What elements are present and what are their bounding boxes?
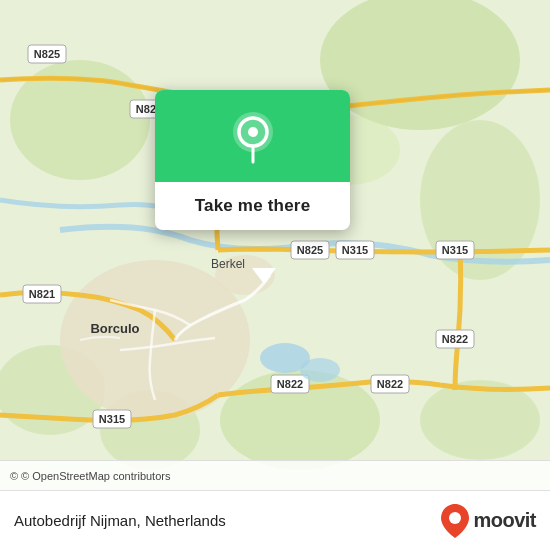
svg-text:N825: N825 [297, 244, 323, 256]
svg-point-38 [248, 127, 258, 137]
attribution-bar: © © OpenStreetMap contributors [0, 460, 550, 490]
svg-text:N822: N822 [377, 378, 403, 390]
map-svg: N825 N825 N825 N821 N315 N315 N315 N822 … [0, 0, 550, 490]
take-me-there-button[interactable]: Take me there [195, 196, 311, 216]
svg-text:N315: N315 [99, 413, 125, 425]
footer-bar: Autobedrijf Nijman, Netherlands moovit [0, 490, 550, 550]
svg-text:N315: N315 [342, 244, 368, 256]
moovit-text: moovit [473, 509, 536, 532]
svg-point-35 [300, 358, 340, 382]
svg-text:Berkel: Berkel [211, 257, 245, 271]
svg-text:N825: N825 [34, 48, 60, 60]
location-name: Autobedrijf Nijman, Netherlands [14, 512, 226, 529]
attribution-text: © OpenStreetMap contributors [21, 470, 170, 482]
svg-point-6 [420, 380, 540, 460]
popup-arrow [252, 268, 276, 284]
svg-text:N822: N822 [277, 378, 303, 390]
popup-card: Take me there [155, 90, 350, 230]
svg-point-39 [449, 512, 461, 524]
svg-text:N315: N315 [442, 244, 468, 256]
svg-text:Borculo: Borculo [90, 321, 139, 336]
svg-text:N821: N821 [29, 288, 55, 300]
location-pin-icon [231, 112, 275, 164]
popup-card-header [155, 90, 350, 182]
popup-card-body: Take me there [155, 182, 350, 230]
moovit-pin-icon [441, 504, 469, 538]
map-container: N825 N825 N825 N821 N315 N315 N315 N822 … [0, 0, 550, 490]
svg-text:N822: N822 [442, 333, 468, 345]
copyright-symbol: © [10, 470, 18, 482]
moovit-logo: moovit [441, 504, 536, 538]
